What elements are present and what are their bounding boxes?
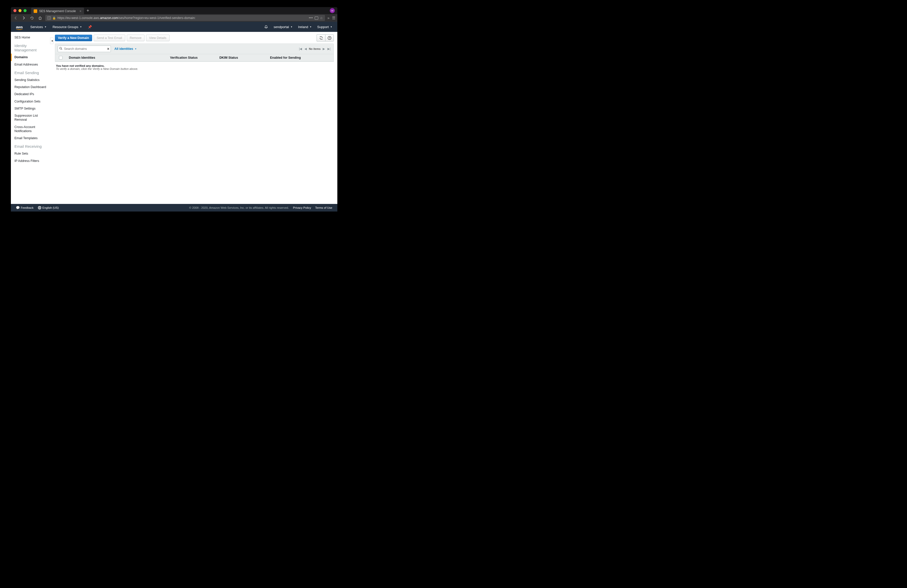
extension-icon[interactable]: ∞ <box>330 8 335 13</box>
search-icon <box>59 47 62 50</box>
resource-groups-menu[interactable]: Resource Groups ▼ <box>53 25 82 29</box>
overflow-icon[interactable]: » <box>327 16 330 20</box>
minimize-window-button[interactable] <box>18 9 21 12</box>
send-test-email-button: Send a Test Email <box>94 35 125 41</box>
account-menu[interactable]: sendportal ▼ <box>274 25 293 29</box>
clear-search-icon[interactable]: × <box>107 46 109 51</box>
services-label: Services <box>30 25 43 29</box>
globe-icon <box>38 206 43 209</box>
view-details-button: View Details <box>146 35 170 41</box>
search-box: × <box>58 46 111 52</box>
bookmark-icon[interactable]: ☆ <box>320 16 323 20</box>
pin-icon[interactable]: 📌 <box>88 25 92 29</box>
col-enabled-sending[interactable]: Enabled for Sending <box>268 54 333 61</box>
footer: Feedback English (US) © 2008 - 2020, Ama… <box>11 204 337 211</box>
empty-hint: To verify a domain, click the Verify a N… <box>56 67 333 70</box>
sidebar-heading-identity: Identity Management <box>11 41 51 54</box>
browser-tab[interactable]: SES Management Console × <box>31 8 84 15</box>
search-input[interactable] <box>58 46 111 52</box>
reload-button[interactable] <box>29 15 35 21</box>
sidebar-item[interactable]: Dedicated IPs <box>11 91 51 98</box>
empty-title: You have not verified any domains. <box>56 64 333 67</box>
sidebar-email-addresses[interactable]: Email Addresses <box>11 61 51 68</box>
window-controls <box>13 9 27 12</box>
sidebar-item[interactable]: Sending Statistics <box>11 77 51 83</box>
help-button[interactable]: ? <box>325 34 334 42</box>
sidebar-item[interactable]: SMTP Settings <box>11 105 51 112</box>
sidebar-heading-receiving: Email Receiving <box>11 142 51 150</box>
sidebar-item[interactable]: Rule Sets <box>11 150 51 157</box>
services-menu[interactable]: Services ▼ <box>30 25 46 29</box>
url-bar[interactable]: ⓘ 🔒 https://eu-west-1.console.aws.amazon… <box>45 15 325 21</box>
aws-console: aws Services ▼ Resource Groups ▼ 📌 send <box>11 22 337 211</box>
reader-icon[interactable] <box>314 16 318 20</box>
support-menu[interactable]: Support ▼ <box>317 25 332 29</box>
refresh-button[interactable] <box>317 34 325 42</box>
col-dkim-status[interactable]: DKIM Status <box>217 54 268 61</box>
more-icon[interactable]: ••• <box>309 16 313 20</box>
region-label: Ireland <box>298 25 308 29</box>
svg-point-3 <box>60 47 61 49</box>
menu-icon[interactable]: ☰ <box>332 16 335 20</box>
sidebar-item[interactable]: Suppression List Removal <box>11 112 51 123</box>
main-content: Verify a New Domain Send a Test Email Re… <box>51 32 337 204</box>
sidebar-item[interactable]: Reputation Dashboard <box>11 83 51 91</box>
new-tab-button[interactable]: + <box>87 8 89 13</box>
page-last-icon[interactable]: ▶| <box>327 47 331 51</box>
tab-title: SES Management Console <box>39 10 76 13</box>
notifications-icon[interactable] <box>264 25 268 29</box>
identity-filter-dropdown[interactable]: All identities ▼ <box>114 47 137 51</box>
caret-down-icon: ▼ <box>310 26 312 28</box>
sidebar-item[interactable]: Cross-Account Notifications <box>11 123 51 135</box>
toolbar-icon-group: ? <box>317 34 334 42</box>
sidebar-item[interactable]: Email Templates <box>11 135 51 142</box>
speech-bubble-icon <box>16 206 21 209</box>
aws-logo[interactable]: aws <box>16 25 23 29</box>
sidebar-collapse-button[interactable]: ◀ <box>50 37 54 44</box>
page-first-icon[interactable]: |◀ <box>298 47 303 51</box>
col-domain-identities[interactable]: Domain Identities <box>66 54 168 61</box>
table-header: Domain Identities Verification Status DK… <box>55 54 333 61</box>
remove-button: Remove <box>127 35 145 41</box>
url-bar-row: ⓘ 🔒 https://eu-west-1.console.aws.amazon… <box>11 14 337 22</box>
domains-table: Domain Identities Verification Status DK… <box>55 54 334 62</box>
home-button[interactable] <box>37 15 43 21</box>
page-prev-icon[interactable]: ◀ <box>304 47 307 51</box>
page-status: No items <box>309 47 320 50</box>
sidebar-item[interactable]: Configuration Sets <box>11 98 51 105</box>
feedback-link[interactable]: Feedback <box>16 206 34 210</box>
caret-down-icon: ▼ <box>80 26 82 28</box>
empty-state: You have not verified any domains. To ve… <box>55 62 334 73</box>
sidebar-ses-home[interactable]: SES Home <box>11 34 51 41</box>
back-button[interactable] <box>13 15 18 21</box>
sidebar-item[interactable]: IP Address Filters <box>11 157 51 165</box>
col-verification-status[interactable]: Verification Status <box>168 54 217 61</box>
resource-groups-label: Resource Groups <box>53 25 79 29</box>
svg-line-4 <box>61 49 62 50</box>
terms-link[interactable]: Terms of Use <box>315 206 332 209</box>
sidebar-domains[interactable]: Domains <box>11 54 51 61</box>
privacy-link[interactable]: Privacy Policy <box>293 206 311 209</box>
maximize-window-button[interactable] <box>24 9 27 12</box>
caret-down-icon: ▼ <box>290 26 293 28</box>
titlebar: SES Management Console × + ∞ <box>11 7 337 14</box>
aws-body: SES Home Identity Management Domains Ema… <box>11 32 337 204</box>
tab-close-icon[interactable]: × <box>80 9 82 13</box>
url-text: https://eu-west-1.console.aws.amazon.com… <box>58 16 196 20</box>
verify-new-domain-button[interactable]: Verify a New Domain <box>55 35 92 41</box>
region-menu[interactable]: Ireland ▼ <box>298 25 312 29</box>
forward-button[interactable] <box>21 15 27 21</box>
svg-rect-0 <box>315 16 318 19</box>
close-window-button[interactable] <box>13 9 16 12</box>
caret-down-icon: ▼ <box>45 26 46 28</box>
page-next-icon[interactable]: ▶ <box>322 47 325 51</box>
filter-label: All identities <box>114 47 133 51</box>
filter-bar: × All identities ▼ |◀ ◀ No items ▶ ▶| <box>55 43 334 54</box>
language-link[interactable]: English (US) <box>38 206 59 210</box>
browser-window: SES Management Console × + ∞ ⓘ 🔒 <box>11 7 337 211</box>
sidebar: SES Home Identity Management Domains Ema… <box>11 32 51 204</box>
select-all-checkbox[interactable] <box>55 54 66 61</box>
support-label: Support <box>317 25 329 29</box>
sidebar-heading-sending: Email Sending <box>11 68 51 77</box>
aws-header: aws Services ▼ Resource Groups ▼ 📌 send <box>11 22 337 32</box>
